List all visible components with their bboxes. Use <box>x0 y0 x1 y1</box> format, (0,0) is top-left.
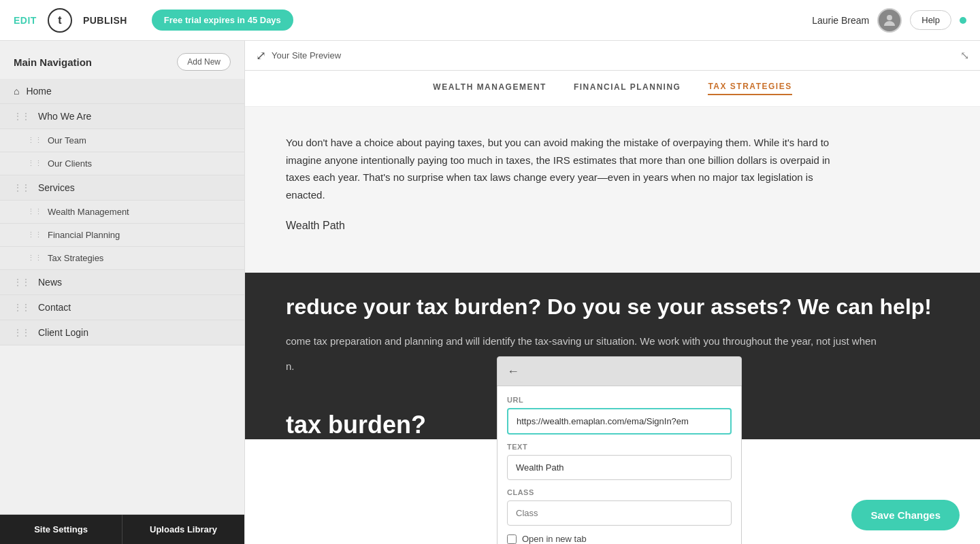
sidebar-item-our-clients[interactable]: ⋮⋮ Our Clients <box>0 152 244 175</box>
sidebar-item-tax-strategies[interactable]: ⋮⋮ Tax Strategies <box>0 247 244 270</box>
url-input[interactable] <box>507 408 732 435</box>
nav-item-label: Home <box>26 86 51 97</box>
open-new-tab-row: Open in new tab <box>507 534 732 544</box>
preview-label: ⤢ Your Site Preview <box>256 48 341 63</box>
link-editor-body: URL Text Class Open in new tab Insert <box>497 386 742 544</box>
drag-icon: ⋮⋮ <box>27 231 42 239</box>
text-field-label: Text <box>507 443 732 451</box>
nav-item-label: Financial Planning <box>48 230 120 240</box>
preview-label-text: Your Site Preview <box>272 50 341 61</box>
logo-circle[interactable]: t <box>48 8 72 33</box>
drag-icon: ⋮⋮ <box>14 328 30 337</box>
sidebar-item-news[interactable]: ⋮⋮ News <box>0 270 244 295</box>
preview-topbar: ⤢ Your Site Preview ⤡ <box>245 41 980 71</box>
dark-section-text-1: come tax preparation and planning and wi… <box>286 333 939 350</box>
text-input[interactable] <box>507 455 732 480</box>
sidebar-item-contact[interactable]: ⋮⋮ Contact <box>0 295 244 320</box>
drag-icon: ⋮⋮ <box>27 159 42 168</box>
site-navigation: WEALTH MANAGEMENT FINANCIAL PLANNING TAX… <box>245 71 980 107</box>
publish-label[interactable]: PUBLISH <box>83 15 127 26</box>
site-settings-button[interactable]: Site Settings <box>0 515 122 544</box>
nav-item-label: Our Clients <box>48 158 92 169</box>
help-button[interactable]: Help <box>910 10 951 30</box>
sidebar-item-services[interactable]: ⋮⋮ Services <box>0 175 244 201</box>
edit-label[interactable]: EDIT <box>14 15 37 26</box>
svg-point-0 <box>887 15 892 20</box>
drag-icon: ⋮⋮ <box>27 136 42 145</box>
nav-item-label: Our Team <box>48 135 86 146</box>
logo-letter: t <box>58 14 61 27</box>
preview-content: WEALTH MANAGEMENT FINANCIAL PLANNING TAX… <box>245 71 980 544</box>
uploads-library-button[interactable]: Uploads Library <box>122 515 244 544</box>
link-editor-back-button[interactable]: ← <box>497 356 742 386</box>
home-icon: ⌂ <box>14 86 19 97</box>
main-layout: Main Navigation Add New ⌂ Home ⋮⋮ Who We… <box>0 41 980 544</box>
site-nav-wealth-management[interactable]: WEALTH MANAGEMENT <box>433 82 546 95</box>
open-new-tab-label: Open in new tab <box>522 534 587 544</box>
online-indicator <box>960 17 966 24</box>
nav-item-label: Wealth Management <box>48 207 129 217</box>
open-new-tab-checkbox[interactable] <box>507 534 517 544</box>
top-bar-right: Laurie Bream Help <box>812 8 966 33</box>
drag-icon: ⋮⋮ <box>14 303 30 312</box>
top-bar: EDIT t PUBLISH Free trial expires in 45 … <box>0 0 980 41</box>
class-field-label: Class <box>507 488 732 496</box>
site-body-paragraph: You don't have a choice about paying tax… <box>286 134 830 203</box>
sidebar: Main Navigation Add New ⌂ Home ⋮⋮ Who We… <box>0 41 245 544</box>
sidebar-item-home[interactable]: ⌂ Home <box>0 79 244 104</box>
sidebar-title: Main Navigation <box>14 56 92 68</box>
sidebar-item-client-login[interactable]: ⋮⋮ Client Login <box>0 320 244 345</box>
back-arrow-icon: ← <box>507 364 519 379</box>
site-preview: WEALTH MANAGEMENT FINANCIAL PLANNING TAX… <box>245 71 980 544</box>
user-name: Laurie Bream <box>812 15 869 26</box>
sidebar-header: Main Navigation Add New <box>0 41 244 79</box>
expand-icon[interactable]: ⤡ <box>960 49 969 62</box>
link-editor-popup: ← URL Text Class Open in new tab <box>497 356 742 544</box>
nav-items: ⌂ Home ⋮⋮ Who We Are ⋮⋮ Our Team ⋮⋮ Our … <box>0 79 244 514</box>
preview-area: ⤢ Your Site Preview ⤡ WEALTH MANAGEMENT … <box>245 41 980 544</box>
drag-icon: ⋮⋮ <box>27 207 42 216</box>
class-input[interactable] <box>507 500 732 526</box>
site-nav-financial-planning[interactable]: FINANCIAL PLANNING <box>574 82 681 95</box>
nav-item-label: Services <box>38 182 75 193</box>
nav-item-label: Who We Are <box>38 111 91 122</box>
sidebar-item-financial-planning[interactable]: ⋮⋮ Financial Planning <box>0 224 244 247</box>
top-bar-left: EDIT t PUBLISH Free trial expires in 45 … <box>14 8 293 33</box>
arrows-icon: ⤢ <box>256 48 266 63</box>
sidebar-item-wealth-management[interactable]: ⋮⋮ Wealth Management <box>0 201 244 224</box>
drag-icon: ⋮⋮ <box>14 112 30 121</box>
save-changes-button[interactable]: Save Changes <box>851 500 960 530</box>
sidebar-bottom: Site Settings Uploads Library <box>0 514 244 544</box>
nav-item-label: News <box>38 277 62 288</box>
url-field-label: URL <box>507 396 732 404</box>
drag-icon: ⋮⋮ <box>14 183 30 192</box>
site-nav-tax-strategies[interactable]: TAX STRATEGIES <box>708 82 791 95</box>
sidebar-item-who-we-are[interactable]: ⋮⋮ Who We Are <box>0 104 244 129</box>
add-new-button[interactable]: Add New <box>177 53 231 71</box>
user-avatar[interactable] <box>877 8 902 33</box>
site-subheading: Wealth Path <box>286 220 939 232</box>
dark-section-title: reduce your tax burden? Do you se your a… <box>286 293 939 322</box>
nav-item-label: Tax Strategies <box>48 253 103 263</box>
drag-icon: ⋮⋮ <box>14 277 30 287</box>
nav-item-label: Contact <box>38 302 71 313</box>
nav-item-label: Client Login <box>38 327 88 338</box>
trial-badge: Free trial expires in 45 Days <box>152 10 293 31</box>
sidebar-item-our-team[interactable]: ⋮⋮ Our Team <box>0 129 244 152</box>
drag-icon: ⋮⋮ <box>27 254 42 262</box>
site-content-area: You don't have a choice about paying tax… <box>245 107 980 273</box>
